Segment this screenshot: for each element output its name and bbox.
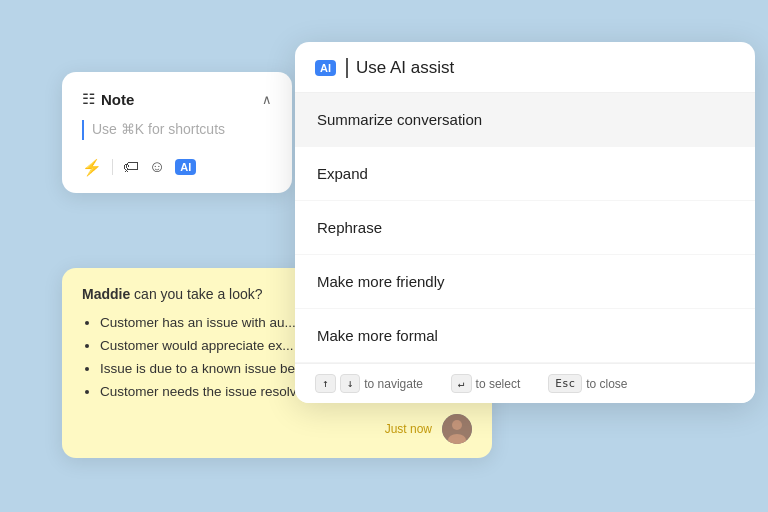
enter-key: ↵ xyxy=(451,374,472,393)
note-icon: ☷ xyxy=(82,90,95,108)
lightning-icon[interactable]: ⚡ xyxy=(82,158,102,177)
ai-menu-expand[interactable]: Expand xyxy=(295,147,755,201)
emoji-icon[interactable]: ☺ xyxy=(149,158,165,176)
note-placeholder[interactable]: Use ⌘K for shortcuts xyxy=(82,120,272,140)
navigate-hint: ↑ ↓ to navigate xyxy=(315,374,423,393)
ai-assist-placeholder[interactable]: Use AI assist xyxy=(346,58,454,78)
select-label: to select xyxy=(476,377,521,391)
close-label: to close xyxy=(586,377,627,391)
bookmark-icon[interactable]: 🏷 xyxy=(123,158,139,176)
ai-menu-friendly[interactable]: Make more friendly xyxy=(295,255,755,309)
ai-menu-rephrase[interactable]: Rephrase xyxy=(295,201,755,255)
note-title: Note xyxy=(101,91,256,108)
select-hint: ↵ to select xyxy=(451,374,520,393)
close-hint: Esc to close xyxy=(548,374,627,393)
ai-assist-footer: ↑ ↓ to navigate ↵ to select Esc to close xyxy=(295,363,755,403)
ai-assist-panel: AI Use AI assist Summarize conversation … xyxy=(295,42,755,403)
svg-point-1 xyxy=(452,420,462,430)
chat-timestamp: Just now xyxy=(385,422,432,436)
ai-menu-summarize[interactable]: Summarize conversation xyxy=(295,93,755,147)
ai-menu-formal[interactable]: Make more formal xyxy=(295,309,755,363)
ai-assist-header: AI Use AI assist xyxy=(295,42,755,93)
up-key: ↑ xyxy=(315,374,336,393)
chat-footer: Just now xyxy=(82,414,472,444)
chat-message-suffix: can you take a look? xyxy=(130,286,262,302)
ai-toolbar-badge[interactable]: AI xyxy=(175,159,196,175)
avatar xyxy=(442,414,472,444)
note-toolbar: ⚡ 🏷 ☺ AI xyxy=(82,158,272,177)
note-header: ☷ Note ∧ xyxy=(82,90,272,108)
esc-key: Esc xyxy=(548,374,582,393)
toolbar-divider xyxy=(112,159,113,175)
note-chevron-icon: ∧ xyxy=(262,92,272,107)
chat-sender: Maddie xyxy=(82,286,130,302)
ai-panel-badge: AI xyxy=(315,60,336,76)
note-card: ☷ Note ∧ Use ⌘K for shortcuts ⚡ 🏷 ☺ AI xyxy=(62,72,292,193)
down-key: ↓ xyxy=(340,374,361,393)
navigate-label: to navigate xyxy=(364,377,423,391)
